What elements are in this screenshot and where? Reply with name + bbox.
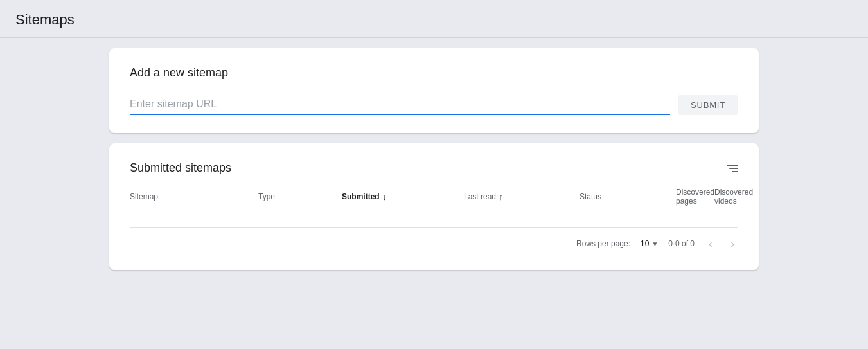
add-sitemap-title: Add a new sitemap [130,66,738,80]
filter-line-1 [727,165,738,166]
rows-per-page-select[interactable]: 10 ▼ [641,239,658,248]
page-title-bar: Sitemaps [0,0,868,38]
col-discovered-videos[interactable]: Discovered videos [714,188,753,206]
last-read-sort-asc-icon: ↑ [499,192,503,202]
col-status-label: Status [580,192,601,201]
page-title: Sitemaps [15,12,853,28]
rows-per-page-label: Rows per page: [576,239,630,248]
page-info: 0-0 of 0 [668,239,695,248]
prev-page-button[interactable]: ‹ [705,235,716,252]
sitemap-url-input[interactable] [130,96,670,115]
col-submitted[interactable]: Submitted ↓ [342,188,464,206]
col-status[interactable]: Status [580,188,676,206]
col-last-read-label: Last read [464,192,496,201]
next-page-button[interactable]: › [727,235,738,252]
rows-per-page-value: 10 [641,239,649,248]
filter-line-3 [732,171,738,172]
col-submitted-label: Submitted [342,192,380,201]
add-sitemap-card: Add a new sitemap SUBMIT [109,48,759,133]
submitted-sitemaps-card: Submitted sitemaps Sitemap Type Submitte… [109,143,759,270]
filter-line-2 [729,168,738,169]
sitemap-input-row: SUBMIT [130,95,738,115]
submitted-sitemaps-header: Submitted sitemaps [130,161,738,175]
col-sitemap[interactable]: Sitemap [130,188,258,206]
page-wrapper: Sitemaps Add a new sitemap SUBMIT Submit… [0,0,868,349]
table-header: Sitemap Type Submitted ↓ Last read ↑ Sta… [130,188,738,211]
submit-button[interactable]: SUBMIT [678,95,738,115]
pagination-row: Rows per page: 10 ▼ 0-0 of 0 ‹ › [130,227,738,252]
col-sitemap-label: Sitemap [130,192,158,201]
col-discovered-pages-label: Discovered pages [676,188,714,206]
content-area: Add a new sitemap SUBMIT Submitted sitem… [0,38,868,280]
submitted-sort-desc-icon: ↓ [382,192,387,202]
table-empty-area [130,211,738,224]
col-last-read[interactable]: Last read ↑ [464,188,580,206]
filter-icon[interactable] [727,165,738,172]
col-discovered-videos-label: Discovered videos [714,188,753,206]
sitemap-input-wrapper [130,96,670,115]
submitted-sitemaps-title: Submitted sitemaps [130,161,231,175]
rows-per-page-dropdown-icon: ▼ [651,240,658,247]
col-type-label: Type [258,192,275,201]
col-type[interactable]: Type [258,188,342,206]
col-discovered-pages[interactable]: Discovered pages [676,188,714,206]
